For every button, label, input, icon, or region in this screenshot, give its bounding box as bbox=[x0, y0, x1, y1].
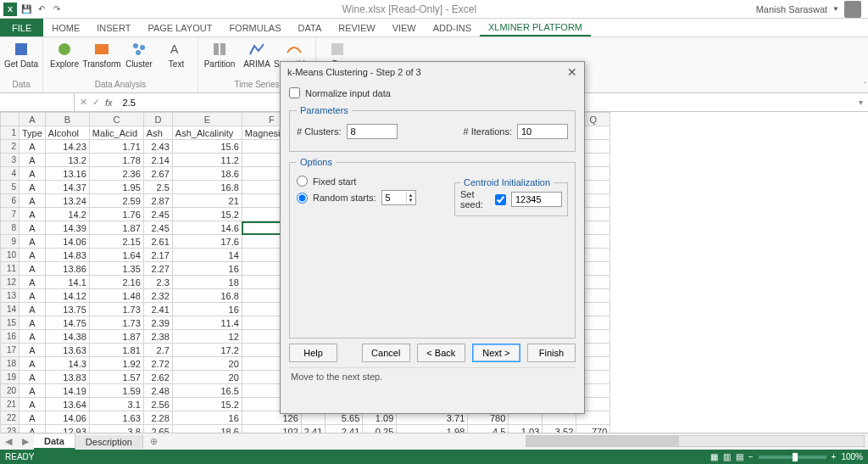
user-name: Manish Saraswat bbox=[756, 4, 827, 14]
sheet-tab-data[interactable]: Data bbox=[34, 434, 75, 450]
partition-icon bbox=[211, 41, 228, 58]
svg-point-4 bbox=[140, 45, 145, 50]
centroid-fieldset: Centroid Initialization Set seed: bbox=[454, 177, 568, 216]
iterations-label: # Iterations: bbox=[464, 126, 512, 137]
zoom-level[interactable]: 100% bbox=[841, 452, 863, 461]
normalize-check-input[interactable] bbox=[289, 87, 300, 98]
smoothing-icon bbox=[286, 41, 303, 58]
finish-button[interactable]: Finish bbox=[527, 344, 576, 362]
avatar[interactable] bbox=[844, 1, 861, 18]
options-fieldset: Options Fixed start Random starts: ▲▼ bbox=[289, 157, 576, 338]
excel-icon: X bbox=[3, 3, 17, 16]
generic-icon bbox=[329, 41, 346, 58]
tab-insert[interactable]: INSERT bbox=[88, 19, 139, 36]
zoom-in-icon[interactable]: + bbox=[832, 452, 837, 461]
fx-icon[interactable]: fx bbox=[105, 98, 113, 108]
ribbon-get-data[interactable]: Get Data bbox=[3, 39, 39, 69]
fixed-start-radio[interactable] bbox=[297, 176, 308, 187]
next-button[interactable]: Next > bbox=[472, 344, 520, 362]
qa-undo-icon[interactable]: ↶ bbox=[36, 3, 47, 15]
accept-formula-icon[interactable]: ✓ bbox=[92, 97, 100, 108]
tab-view[interactable]: VIEW bbox=[384, 19, 425, 36]
ribbon-transform[interactable]: Transform bbox=[84, 39, 120, 69]
close-icon[interactable]: ✕ bbox=[567, 65, 577, 79]
help-button[interactable]: Help bbox=[289, 344, 337, 362]
arima-icon bbox=[248, 41, 265, 58]
ribbon-text[interactable]: AText bbox=[159, 39, 194, 69]
tab-home[interactable]: HOME bbox=[43, 19, 88, 36]
view-normal-icon[interactable]: ▦ bbox=[710, 452, 718, 461]
tab-review[interactable]: REVIEW bbox=[330, 19, 383, 36]
ribbon-explore[interactable]: Explore bbox=[47, 39, 82, 69]
zoom-out-icon[interactable]: − bbox=[748, 452, 754, 461]
view-break-icon[interactable]: ▤ bbox=[736, 452, 743, 461]
transform-icon bbox=[93, 41, 110, 58]
cancel-button[interactable]: Cancel bbox=[362, 344, 410, 362]
user-dropdown-icon[interactable]: ▼ bbox=[832, 5, 839, 13]
tab-formulas[interactable]: FORMULAS bbox=[220, 19, 289, 36]
tab-data[interactable]: DATA bbox=[290, 19, 331, 36]
qa-save-icon[interactable]: 💾 bbox=[20, 3, 32, 15]
svg-rect-8 bbox=[220, 43, 225, 55]
svg-point-5 bbox=[136, 50, 141, 55]
svg-text:A: A bbox=[170, 42, 179, 56]
random-starts-spinner[interactable]: ▲▼ bbox=[381, 190, 416, 205]
svg-point-3 bbox=[133, 43, 138, 48]
normalize-checkbox[interactable]: Normalize input data bbox=[289, 86, 576, 100]
random-start-radio[interactable] bbox=[297, 193, 308, 204]
spin-down-icon[interactable]: ▼ bbox=[409, 198, 414, 203]
random-starts-input[interactable] bbox=[382, 191, 406, 204]
status-text: READY bbox=[5, 452, 34, 461]
name-box[interactable] bbox=[0, 93, 75, 111]
horizontal-scrollbar[interactable] bbox=[526, 435, 865, 447]
svg-point-1 bbox=[58, 43, 70, 55]
sheet-add-icon[interactable]: ⊕ bbox=[143, 436, 164, 447]
cluster-icon bbox=[131, 41, 147, 58]
sheet-nav-next-icon[interactable]: ▶ bbox=[17, 436, 34, 447]
menu-tabs: FILE HOME INSERT PAGE LAYOUT FORMULAS DA… bbox=[0, 19, 868, 37]
qa-redo-icon[interactable]: ↷ bbox=[51, 3, 63, 15]
clusters-label: # Clusters: bbox=[297, 126, 342, 137]
ribbon-group-analysis-label: Data Analysis bbox=[47, 80, 194, 91]
parameters-fieldset: Parameters # Clusters: # Iterations: bbox=[289, 105, 576, 152]
sheet-nav-prev-icon[interactable]: ◀ bbox=[0, 436, 17, 447]
svg-rect-0 bbox=[15, 43, 27, 55]
database-icon bbox=[13, 41, 30, 58]
formula-expand-icon[interactable]: ▾ bbox=[854, 98, 868, 107]
clusters-input[interactable] bbox=[347, 124, 398, 139]
ribbon-partition[interactable]: Partition bbox=[202, 39, 237, 69]
seed-checkbox[interactable] bbox=[495, 194, 506, 205]
dialog-title: k-Means Clustering - Step 2 of 3 bbox=[287, 67, 421, 77]
dialog-hint: Move to the next step. bbox=[289, 367, 576, 410]
zoom-slider[interactable] bbox=[759, 456, 826, 459]
text-icon: A bbox=[168, 41, 185, 58]
tab-xlminer[interactable]: XLMINER PLATFORM bbox=[480, 19, 591, 36]
iterations-input[interactable] bbox=[517, 124, 568, 139]
view-layout-icon[interactable]: ▥ bbox=[723, 452, 731, 461]
ribbon-arima[interactable]: ARIMA bbox=[239, 39, 275, 69]
kmeans-dialog: k-Means Clustering - Step 2 of 3 ✕ Norma… bbox=[280, 61, 585, 414]
svg-rect-2 bbox=[95, 44, 108, 54]
ribbon-collapse-icon[interactable]: ˇ bbox=[864, 81, 866, 91]
tab-page-layout[interactable]: PAGE LAYOUT bbox=[139, 19, 220, 36]
back-button[interactable]: < Back bbox=[417, 344, 465, 362]
svg-rect-9 bbox=[331, 43, 343, 55]
cancel-formula-icon[interactable]: ✕ bbox=[80, 97, 87, 108]
sheet-tab-description[interactable]: Description bbox=[75, 435, 143, 449]
svg-rect-7 bbox=[214, 43, 219, 55]
seed-input[interactable] bbox=[511, 192, 562, 207]
tab-addins[interactable]: ADD-INS bbox=[425, 19, 480, 36]
ribbon-cluster[interactable]: Cluster bbox=[121, 39, 157, 69]
ribbon-group-data-label: Data bbox=[3, 80, 39, 91]
explore-icon bbox=[56, 41, 73, 58]
window-title: Wine.xlsx [Read-Only] - Excel bbox=[63, 3, 756, 15]
tab-file[interactable]: FILE bbox=[0, 19, 43, 36]
